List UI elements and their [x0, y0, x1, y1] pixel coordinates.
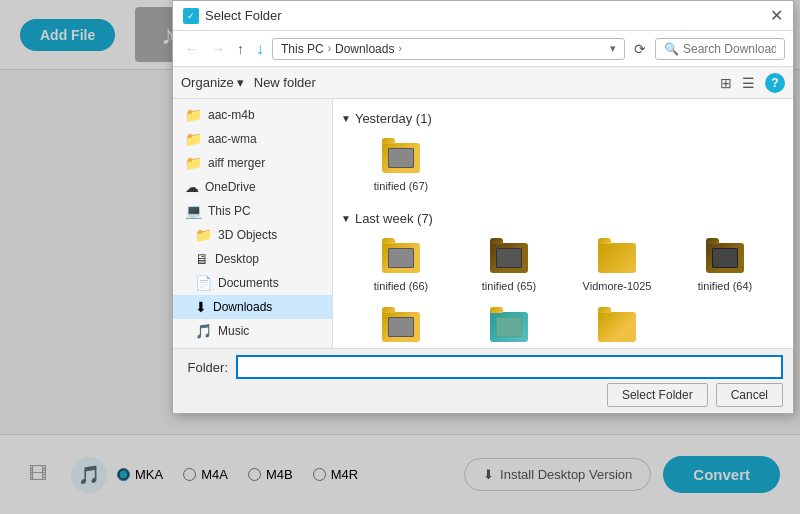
- sidebar-item-desktop[interactable]: 🖥 Desktop: [173, 247, 332, 271]
- sidebar-item-music[interactable]: 🎵 Music: [173, 319, 332, 343]
- file-name: tinified (64): [698, 280, 752, 293]
- group-yesterday-header[interactable]: ▼ Yesterday (1): [341, 107, 785, 130]
- path-downloads: Downloads: [335, 42, 394, 56]
- list-item[interactable]: Vidmore-1019: [459, 305, 559, 348]
- downloads-icon: ⬇: [195, 299, 207, 315]
- group-last-week-label: Last week (7): [355, 211, 433, 226]
- dialog-toolbar: Organize ▾ New folder ⊞ ☰ ?: [173, 67, 793, 99]
- onedrive-icon: ☁: [185, 179, 199, 195]
- documents-icon: 📄: [195, 275, 212, 291]
- file-name: tinified (65): [482, 280, 536, 293]
- folder-icon: 📁: [185, 155, 202, 171]
- file-name: Vidmore-1025: [583, 280, 652, 293]
- dialog-footer: Folder: Select Folder Cancel: [173, 348, 793, 413]
- dialog-overlay: ✓ Select Folder ✕ ← → ↑ ↓ This PC › Down…: [0, 0, 800, 514]
- file-icon: [381, 309, 421, 345]
- folder-thumbnail: [388, 317, 414, 337]
- group-last-week-header[interactable]: ▼ Last week (7): [341, 207, 785, 230]
- file-icon: [597, 240, 637, 276]
- sidebar-item-3d-objects[interactable]: 📁 3D Objects: [173, 223, 332, 247]
- help-button[interactable]: ?: [765, 73, 785, 93]
- list-item[interactable]: tinified (66): [351, 236, 451, 297]
- view-button[interactable]: ⊞: [720, 75, 732, 91]
- select-folder-button[interactable]: Select Folder: [607, 383, 708, 407]
- file-icon: [597, 309, 637, 345]
- file-icon: [705, 240, 745, 276]
- folder-thumbnail: [388, 248, 414, 268]
- path-chevron-1: ›: [328, 43, 331, 54]
- folder-row: Folder:: [183, 355, 783, 379]
- folder-label: Folder:: [183, 360, 228, 375]
- path-chevron-2: ›: [398, 43, 401, 54]
- path-dropdown-button[interactable]: ▾: [610, 42, 616, 55]
- file-icon: [489, 309, 529, 345]
- file-icon: [381, 240, 421, 276]
- cancel-button[interactable]: Cancel: [716, 383, 783, 407]
- forward-button[interactable]: →: [207, 39, 229, 59]
- music-icon: 🎵: [195, 323, 212, 339]
- address-path[interactable]: This PC › Downloads › ▾: [272, 38, 625, 60]
- sidebar-item-this-pc[interactable]: 💻 This PC: [173, 199, 332, 223]
- desktop-icon: 🖥: [195, 251, 209, 267]
- path-this-pc: This PC: [281, 42, 324, 56]
- computer-icon: 💻: [185, 203, 202, 219]
- back-button[interactable]: ←: [181, 39, 203, 59]
- dialog-titlebar: ✓ Select Folder ✕: [173, 1, 793, 31]
- group-yesterday-label: Yesterday (1): [355, 111, 432, 126]
- file-name: tinified (67): [374, 180, 428, 193]
- list-item[interactable]: tinified (67): [351, 136, 451, 197]
- group-chevron: ▼: [341, 113, 351, 124]
- file-name: tinified (66): [374, 280, 428, 293]
- sidebar-item-documents[interactable]: 📄 Documents: [173, 271, 332, 295]
- dialog-title: ✓ Select Folder: [183, 8, 282, 24]
- sidebar-item-aiff-merger[interactable]: 📁 aiff merger: [173, 151, 332, 175]
- file-icon: [381, 140, 421, 176]
- folder-input[interactable]: [236, 355, 783, 379]
- file-icon: [489, 240, 529, 276]
- list-item[interactable]: tinified (64): [675, 236, 775, 297]
- folder-thumbnail: [712, 248, 738, 268]
- refresh-button[interactable]: ⟳: [629, 39, 651, 59]
- list-item[interactable]: tinified (65): [459, 236, 559, 297]
- view-detail-button[interactable]: ☰: [742, 75, 755, 91]
- dialog-body: 📁 aac-m4b 📁 aac-wma 📁 aiff merger ☁ OneD…: [173, 99, 793, 348]
- folder-icon: 📁: [185, 131, 202, 147]
- search-icon: 🔍: [664, 42, 679, 56]
- folder-icon: 📁: [195, 227, 212, 243]
- group-last-week-files: tinified (66) tinified (65): [341, 230, 785, 348]
- search-input[interactable]: [683, 42, 776, 56]
- list-item[interactable]: Vidmore-1025: [567, 236, 667, 297]
- address-bar: ← → ↑ ↓ This PC › Downloads › ▾ ⟳ 🔍: [173, 31, 793, 67]
- button-row: Select Folder Cancel: [183, 383, 783, 407]
- group-chevron: ▼: [341, 213, 351, 224]
- sidebar-item-onedrive[interactable]: ☁ OneDrive: [173, 175, 332, 199]
- list-item[interactable]: tinified (63): [351, 305, 451, 348]
- file-area: ▼ Yesterday (1) tinified (67): [333, 99, 793, 348]
- group-yesterday-files: tinified (67): [341, 130, 785, 207]
- select-folder-dialog: ✓ Select Folder ✕ ← → ↑ ↓ This PC › Down…: [172, 0, 794, 414]
- dialog-title-icon: ✓: [183, 8, 199, 24]
- list-item[interactable]: Vidmore-1020: [567, 305, 667, 348]
- folder-thumbnail: [496, 248, 522, 268]
- folder-icon: 📁: [185, 107, 202, 123]
- sidebar-item-aac-m4b[interactable]: 📁 aac-m4b: [173, 103, 332, 127]
- dialog-close-button[interactable]: ✕: [770, 8, 783, 24]
- organize-button[interactable]: Organize ▾: [181, 75, 244, 90]
- up-button[interactable]: ↑: [233, 39, 248, 59]
- folder-thumbnail: [496, 317, 522, 337]
- sidebar-item-downloads[interactable]: ⬇ Downloads: [173, 295, 332, 319]
- new-folder-button[interactable]: New folder: [254, 75, 316, 90]
- search-box: 🔍: [655, 38, 785, 60]
- folder-thumbnail: [388, 148, 414, 168]
- down-button[interactable]: ↓: [252, 38, 268, 60]
- sidebar-item-aac-wma[interactable]: 📁 aac-wma: [173, 127, 332, 151]
- organize-chevron: ▾: [237, 75, 244, 90]
- sidebar: 📁 aac-m4b 📁 aac-wma 📁 aiff merger ☁ OneD…: [173, 99, 333, 348]
